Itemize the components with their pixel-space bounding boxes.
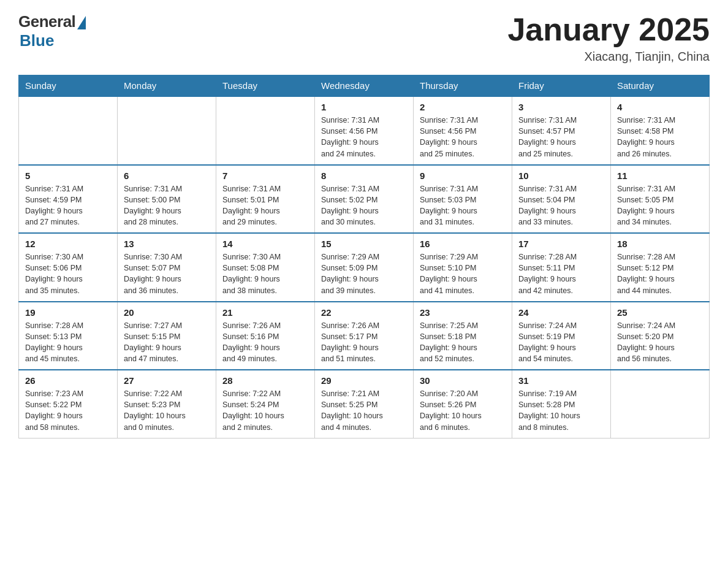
calendar-cell: 29Sunrise: 7:21 AMSunset: 5:25 PMDayligh…: [315, 370, 414, 438]
week-row-2: 5Sunrise: 7:31 AMSunset: 4:59 PMDaylight…: [19, 165, 710, 234]
day-info: Sunrise: 7:30 AMSunset: 5:08 PMDaylight:…: [222, 251, 308, 296]
location-text: Xiacang, Tianjin, China: [507, 50, 710, 64]
day-number: 7: [222, 170, 308, 181]
week-row-5: 26Sunrise: 7:23 AMSunset: 5:22 PMDayligh…: [19, 370, 710, 438]
day-number: 31: [518, 375, 604, 386]
day-info: Sunrise: 7:31 AMSunset: 5:04 PMDaylight:…: [518, 183, 604, 228]
calendar-cell: 21Sunrise: 7:26 AMSunset: 5:16 PMDayligh…: [216, 302, 315, 370]
day-info: Sunrise: 7:27 AMSunset: 5:15 PMDaylight:…: [124, 320, 210, 365]
day-info: Sunrise: 7:31 AMSunset: 5:01 PMDaylight:…: [222, 183, 308, 228]
day-info: Sunrise: 7:29 AMSunset: 5:10 PMDaylight:…: [420, 251, 506, 296]
calendar-cell: 2Sunrise: 7:31 AMSunset: 4:56 PMDaylight…: [414, 96, 512, 165]
day-info: Sunrise: 7:26 AMSunset: 5:17 PMDaylight:…: [321, 320, 407, 365]
day-number: 24: [518, 307, 604, 318]
calendar-cell: 11Sunrise: 7:31 AMSunset: 5:05 PMDayligh…: [611, 165, 710, 234]
calendar-cell: [611, 370, 710, 438]
logo-blue-text: Blue: [20, 31, 54, 50]
day-number: 13: [124, 239, 210, 249]
calendar-cell: 31Sunrise: 7:19 AMSunset: 5:28 PMDayligh…: [512, 370, 611, 438]
calendar-cell: 14Sunrise: 7:30 AMSunset: 5:08 PMDayligh…: [216, 233, 315, 302]
day-number: 9: [420, 170, 506, 181]
calendar-cell: 20Sunrise: 7:27 AMSunset: 5:15 PMDayligh…: [118, 302, 216, 370]
calendar-cell: 4Sunrise: 7:31 AMSunset: 4:58 PMDaylight…: [611, 96, 710, 165]
day-number: 12: [25, 239, 111, 249]
calendar-cell: 8Sunrise: 7:31 AMSunset: 5:02 PMDaylight…: [315, 165, 414, 234]
day-number: 11: [617, 170, 703, 181]
day-info: Sunrise: 7:21 AMSunset: 5:25 PMDaylight:…: [321, 388, 407, 433]
day-number: 1: [321, 102, 407, 112]
day-number: 16: [420, 239, 506, 249]
calendar-cell: 3Sunrise: 7:31 AMSunset: 4:57 PMDaylight…: [512, 96, 611, 165]
calendar-cell: 26Sunrise: 7:23 AMSunset: 5:22 PMDayligh…: [19, 370, 118, 438]
calendar-cell: 15Sunrise: 7:29 AMSunset: 5:09 PMDayligh…: [315, 233, 414, 302]
day-number: 17: [518, 239, 604, 249]
calendar-cell: 27Sunrise: 7:22 AMSunset: 5:23 PMDayligh…: [118, 370, 216, 438]
calendar-cell: 23Sunrise: 7:25 AMSunset: 5:18 PMDayligh…: [414, 302, 512, 370]
week-row-1: 1Sunrise: 7:31 AMSunset: 4:56 PMDaylight…: [19, 96, 710, 165]
logo: General Blue: [18, 12, 86, 50]
day-number: 23: [420, 307, 506, 318]
day-info: Sunrise: 7:25 AMSunset: 5:18 PMDaylight:…: [420, 320, 506, 365]
logo-triangle-icon: [77, 16, 86, 29]
title-section: January 2025 Xiacang, Tianjin, China: [507, 12, 710, 64]
day-info: Sunrise: 7:30 AMSunset: 5:06 PMDaylight:…: [25, 251, 111, 296]
day-number: 2: [420, 102, 506, 112]
day-number: 15: [321, 239, 407, 249]
day-number: 27: [124, 375, 210, 386]
day-info: Sunrise: 7:31 AMSunset: 5:05 PMDaylight:…: [617, 183, 703, 228]
calendar-cell: [216, 96, 315, 165]
day-number: 19: [25, 307, 111, 318]
calendar-cell: [118, 96, 216, 165]
day-number: 6: [124, 170, 210, 181]
day-info: Sunrise: 7:26 AMSunset: 5:16 PMDaylight:…: [222, 320, 308, 365]
day-info: Sunrise: 7:22 AMSunset: 5:23 PMDaylight:…: [124, 388, 210, 433]
day-info: Sunrise: 7:20 AMSunset: 5:26 PMDaylight:…: [420, 388, 506, 433]
calendar-header-saturday: Saturday: [611, 75, 710, 97]
calendar-cell: [19, 96, 118, 165]
day-number: 3: [518, 102, 604, 112]
day-number: 20: [124, 307, 210, 318]
day-info: Sunrise: 7:31 AMSunset: 4:56 PMDaylight:…: [321, 115, 407, 159]
calendar-header-thursday: Thursday: [414, 75, 512, 97]
day-info: Sunrise: 7:24 AMSunset: 5:20 PMDaylight:…: [617, 320, 703, 365]
day-info: Sunrise: 7:31 AMSunset: 4:58 PMDaylight:…: [617, 115, 703, 159]
day-number: 22: [321, 307, 407, 318]
day-info: Sunrise: 7:23 AMSunset: 5:22 PMDaylight:…: [25, 388, 111, 433]
day-number: 5: [25, 170, 111, 181]
day-info: Sunrise: 7:28 AMSunset: 5:12 PMDaylight:…: [617, 251, 703, 296]
day-number: 30: [420, 375, 506, 386]
day-info: Sunrise: 7:30 AMSunset: 5:07 PMDaylight:…: [124, 251, 210, 296]
calendar-cell: 7Sunrise: 7:31 AMSunset: 5:01 PMDaylight…: [216, 165, 315, 234]
day-info: Sunrise: 7:31 AMSunset: 5:00 PMDaylight:…: [124, 183, 210, 228]
day-info: Sunrise: 7:28 AMSunset: 5:11 PMDaylight:…: [518, 251, 604, 296]
month-title: January 2025: [507, 12, 710, 47]
day-info: Sunrise: 7:22 AMSunset: 5:24 PMDaylight:…: [222, 388, 308, 433]
day-info: Sunrise: 7:29 AMSunset: 5:09 PMDaylight:…: [321, 251, 407, 296]
day-number: 26: [25, 375, 111, 386]
calendar-header-tuesday: Tuesday: [216, 75, 315, 97]
calendar-cell: 5Sunrise: 7:31 AMSunset: 4:59 PMDaylight…: [19, 165, 118, 234]
day-info: Sunrise: 7:31 AMSunset: 4:57 PMDaylight:…: [518, 115, 604, 159]
day-info: Sunrise: 7:28 AMSunset: 5:13 PMDaylight:…: [25, 320, 111, 365]
day-info: Sunrise: 7:24 AMSunset: 5:19 PMDaylight:…: [518, 320, 604, 365]
calendar-cell: 30Sunrise: 7:20 AMSunset: 5:26 PMDayligh…: [414, 370, 512, 438]
calendar-header-wednesday: Wednesday: [315, 75, 414, 97]
calendar-cell: 22Sunrise: 7:26 AMSunset: 5:17 PMDayligh…: [315, 302, 414, 370]
day-info: Sunrise: 7:31 AMSunset: 4:56 PMDaylight:…: [420, 115, 506, 159]
calendar-header-row: SundayMondayTuesdayWednesdayThursdayFrid…: [19, 75, 710, 97]
calendar-cell: 1Sunrise: 7:31 AMSunset: 4:56 PMDaylight…: [315, 96, 414, 165]
day-number: 10: [518, 170, 604, 181]
calendar-table: SundayMondayTuesdayWednesdayThursdayFrid…: [18, 75, 710, 439]
day-info: Sunrise: 7:31 AMSunset: 5:02 PMDaylight:…: [321, 183, 407, 228]
calendar-cell: 24Sunrise: 7:24 AMSunset: 5:19 PMDayligh…: [512, 302, 611, 370]
day-number: 14: [222, 239, 308, 249]
calendar-header-monday: Monday: [118, 75, 216, 97]
week-row-3: 12Sunrise: 7:30 AMSunset: 5:06 PMDayligh…: [19, 233, 710, 302]
calendar-cell: 28Sunrise: 7:22 AMSunset: 5:24 PMDayligh…: [216, 370, 315, 438]
calendar-cell: 17Sunrise: 7:28 AMSunset: 5:11 PMDayligh…: [512, 233, 611, 302]
calendar-cell: 19Sunrise: 7:28 AMSunset: 5:13 PMDayligh…: [19, 302, 118, 370]
day-number: 29: [321, 375, 407, 386]
calendar-cell: 13Sunrise: 7:30 AMSunset: 5:07 PMDayligh…: [118, 233, 216, 302]
day-number: 28: [222, 375, 308, 386]
calendar-header-friday: Friday: [512, 75, 611, 97]
